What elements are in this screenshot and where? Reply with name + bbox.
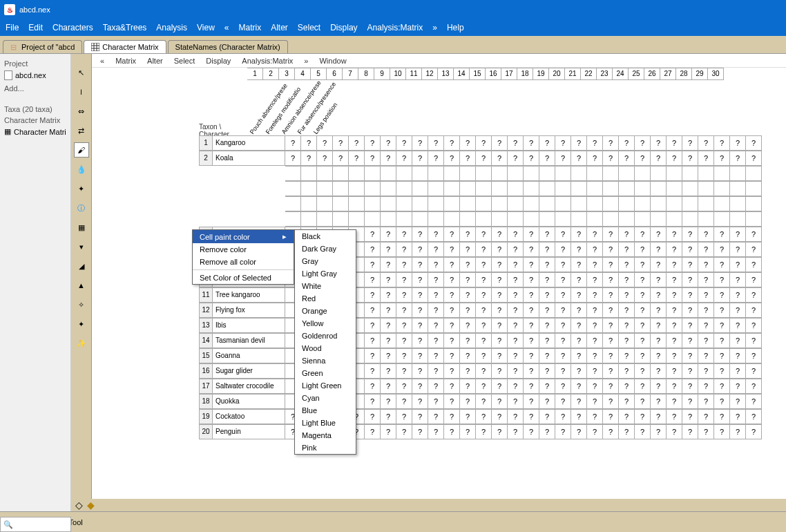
column-header-15[interactable]: 15 <box>470 68 486 80</box>
matrix-cell[interactable]: ? <box>365 303 381 318</box>
column-header-16[interactable]: 16 <box>486 68 501 80</box>
matrix-cell[interactable]: ? <box>492 151 508 166</box>
matrix-cell[interactable]: ? <box>444 394 460 409</box>
matrix-cell[interactable]: ? <box>603 424 619 439</box>
tool-info[interactable]: ⓘ <box>74 200 89 216</box>
matrix-cell[interactable]: ? <box>476 303 492 318</box>
matrix-cell[interactable]: ? <box>508 272 524 287</box>
column-header-5[interactable]: 5 <box>311 68 327 80</box>
matrix-cell[interactable]: ? <box>746 394 762 409</box>
matrix-cell[interactable]: ? <box>746 242 762 257</box>
tool-drop[interactable]: ▾ <box>74 239 89 254</box>
matrix-cell[interactable]: ? <box>428 348 444 363</box>
matrix-cell[interactable]: ? <box>539 409 555 424</box>
matrix-cell[interactable]: ? <box>651 242 667 257</box>
matrix-cell[interactable]: ? <box>667 227 682 242</box>
matrix-cell[interactable]: ? <box>730 379 746 394</box>
matrix-cell[interactable] <box>730 181 746 196</box>
matrix-cell[interactable]: ? <box>492 303 508 318</box>
matrix-cell[interactable]: ? <box>587 287 603 303</box>
matrix-cell[interactable]: ? <box>651 409 667 424</box>
matrix-cell[interactable]: ? <box>492 379 508 394</box>
matrix-cell[interactable] <box>524 211 539 227</box>
color-option-sienna[interactable]: Sienna <box>295 354 356 367</box>
matrix-cell[interactable]: ? <box>619 257 635 272</box>
matrix-cell[interactable]: ? <box>682 257 698 272</box>
matrix-cell[interactable]: ? <box>285 135 301 151</box>
row-number[interactable]: 16 <box>199 363 213 379</box>
matrix-cell[interactable]: ? <box>730 135 746 151</box>
color-option-wood[interactable]: Wood <box>295 342 356 354</box>
matrix-cell[interactable]: ? <box>444 135 460 151</box>
matrix-cell[interactable] <box>492 196 508 211</box>
matrix-cell[interactable]: ? <box>571 379 587 394</box>
column-header-30[interactable]: 30 <box>708 68 724 80</box>
column-header-8[interactable]: 8 <box>358 68 374 80</box>
matrix-cell[interactable] <box>317 211 333 227</box>
matrix-cell[interactable] <box>635 181 651 196</box>
matrix-cell[interactable]: ? <box>508 333 524 348</box>
matrix-cell[interactable]: ? <box>301 151 317 166</box>
matrix-cell[interactable]: ? <box>333 135 349 151</box>
matrix-cell[interactable]: ? <box>635 379 651 394</box>
matrix-cell[interactable]: ? <box>698 363 714 379</box>
matrix-cell[interactable]: ? <box>619 272 635 287</box>
submenu-analysis-matrix[interactable]: Analysis:Matrix <box>242 57 293 65</box>
matrix-cell[interactable]: ? <box>603 379 619 394</box>
column-header-20[interactable]: 20 <box>549 68 565 80</box>
matrix-cell[interactable] <box>667 166 682 181</box>
matrix-cell[interactable]: ? <box>746 151 762 166</box>
matrix-cell[interactable]: ? <box>524 363 539 379</box>
matrix-cell[interactable]: ? <box>365 394 381 409</box>
matrix-cell[interactable]: ? <box>746 363 762 379</box>
matrix-cell[interactable] <box>412 166 428 181</box>
ctx-item-cell-paint-color[interactable]: Cell paint color <box>193 230 294 243</box>
matrix-cell[interactable]: ? <box>412 151 428 166</box>
matrix-cell[interactable]: ? <box>428 333 444 348</box>
matrix-cell[interactable] <box>460 211 476 227</box>
matrix-cell[interactable]: ? <box>746 318 762 333</box>
matrix-cell[interactable] <box>476 166 492 181</box>
matrix-cell[interactable] <box>524 181 539 196</box>
matrix-cell[interactable]: ? <box>508 151 524 166</box>
matrix-cell[interactable]: ? <box>698 257 714 272</box>
matrix-cell[interactable]: ? <box>651 348 667 363</box>
diamond-outline-icon[interactable]: ◇ <box>75 500 83 511</box>
matrix-cell[interactable]: ? <box>651 318 667 333</box>
sidebar-file-item[interactable]: abcd.nex <box>3 69 68 82</box>
matrix-cell[interactable]: ? <box>539 394 555 409</box>
matrix-cell[interactable]: ? <box>651 151 667 166</box>
tool-wand2[interactable]: ✧ <box>74 297 89 312</box>
matrix-cell[interactable]: ? <box>524 135 539 151</box>
matrix-cell[interactable] <box>508 211 524 227</box>
matrix-cell[interactable]: ? <box>396 363 412 379</box>
matrix-cell[interactable] <box>396 181 412 196</box>
matrix-cell[interactable]: ? <box>714 333 730 348</box>
column-header-18[interactable]: 18 <box>517 68 533 80</box>
matrix-cell[interactable]: ? <box>381 348 396 363</box>
matrix-cell[interactable]: ? <box>444 242 460 257</box>
matrix-cell[interactable]: ? <box>587 394 603 409</box>
matrix-cell[interactable]: ? <box>396 409 412 424</box>
matrix-cell[interactable] <box>301 166 317 181</box>
matrix-cell[interactable]: ? <box>730 257 746 272</box>
tab-project[interactable]: ⊟ Project of "abcd <box>3 40 82 53</box>
matrix-cell[interactable]: ? <box>492 348 508 363</box>
matrix-cell[interactable]: ? <box>587 348 603 363</box>
matrix-cell[interactable]: ? <box>460 242 476 257</box>
matrix-cell[interactable]: ? <box>682 424 698 439</box>
matrix-cell[interactable]: ? <box>635 333 651 348</box>
matrix-cell[interactable]: ? <box>412 348 428 363</box>
matrix-cell[interactable] <box>460 166 476 181</box>
matrix-cell[interactable]: ? <box>444 348 460 363</box>
column-header-7[interactable]: 7 <box>343 68 358 80</box>
matrix-cell[interactable]: ? <box>619 318 635 333</box>
matrix-cell[interactable]: ? <box>603 363 619 379</box>
matrix-cell[interactable]: ? <box>460 348 476 363</box>
tool-bars[interactable]: ◢ <box>74 258 89 274</box>
matrix-cell[interactable]: ? <box>460 394 476 409</box>
tool-eyedrop[interactable]: 💧 <box>74 162 89 177</box>
search-field[interactable]: 🔍 <box>0 517 71 532</box>
matrix-cell[interactable]: ? <box>667 303 682 318</box>
matrix-cell[interactable]: ? <box>555 303 571 318</box>
